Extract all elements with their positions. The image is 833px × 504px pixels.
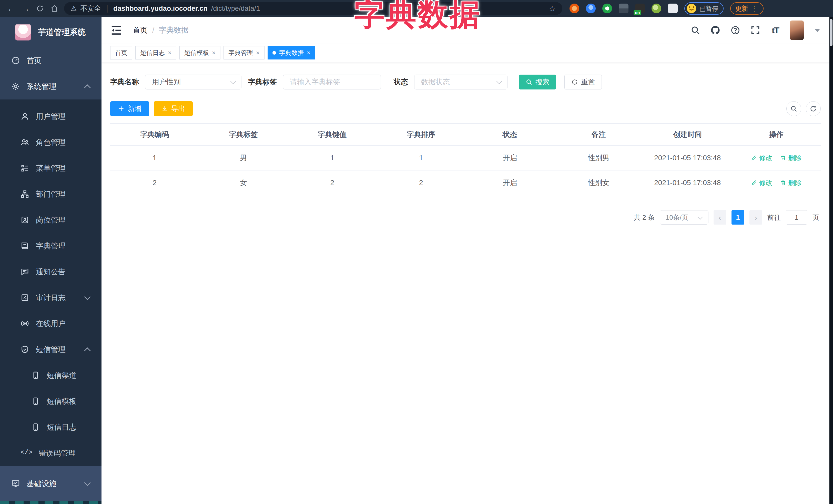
tab-dict-data-active[interactable]: 字典数据 × bbox=[268, 46, 315, 59]
sidebar: 芋道管理系统 首页 系统管理 用户管理 角色管理 菜单管理 bbox=[0, 17, 101, 504]
close-icon[interactable]: × bbox=[307, 49, 310, 56]
status-label: 状态 bbox=[394, 77, 408, 87]
browser-reload-button[interactable] bbox=[33, 2, 47, 15]
sidebar-item-label: 系统管理 bbox=[27, 81, 56, 92]
reset-button[interactable]: 重置 bbox=[564, 75, 602, 90]
add-button-label: 新增 bbox=[128, 104, 142, 113]
phone-icon bbox=[31, 397, 41, 406]
pagination: 共 2 条 10条/页 ‹ 1 › 前往 页 bbox=[101, 195, 829, 224]
table-toolbar: 新增 导出 bbox=[101, 90, 829, 116]
header-search-icon[interactable] bbox=[690, 25, 701, 35]
address-bar[interactable]: ⚠ 不安全 | dashboard.yudao.iocoder.cn/dict/… bbox=[64, 2, 562, 15]
sidebar-collapse-button[interactable] bbox=[111, 25, 122, 35]
toggle-search-button[interactable] bbox=[786, 101, 801, 116]
prev-page-button[interactable]: ‹ bbox=[714, 210, 727, 224]
sidebar-item-infrastructure[interactable]: 基础设施 bbox=[0, 471, 101, 497]
export-button-label: 导出 bbox=[171, 104, 185, 113]
cell-dict-code: 1 bbox=[110, 146, 199, 170]
extension-icon-gray-bars[interactable] bbox=[619, 4, 628, 13]
user-avatar[interactable] bbox=[790, 21, 804, 40]
sidebar-item-label: 短信日志 bbox=[47, 422, 76, 432]
pencil-icon bbox=[751, 155, 757, 161]
dict-name-select[interactable]: 用户性别 bbox=[145, 75, 241, 90]
sidebar-item-menu-mgmt[interactable]: 菜单管理 bbox=[0, 155, 101, 181]
sidebar-item-home[interactable]: 首页 bbox=[0, 48, 101, 74]
user-icon bbox=[21, 112, 30, 121]
extensions-puzzle-icon[interactable] bbox=[668, 4, 678, 13]
tab-dict-mgmt[interactable]: 字典管理 × bbox=[223, 46, 264, 59]
delete-link[interactable]: 删除 bbox=[780, 178, 802, 187]
profile-status-label: 已暂停 bbox=[699, 4, 718, 13]
extension-icon-green-check[interactable] bbox=[602, 4, 612, 13]
browser-scrollbar[interactable] bbox=[829, 17, 833, 504]
sidebar-item-label: 通知公告 bbox=[36, 267, 66, 277]
browser-update-button[interactable]: 更新 ⋮ bbox=[730, 2, 764, 15]
sidebar-item-sms-log[interactable]: 短信日志 bbox=[0, 414, 101, 440]
export-button[interactable]: 导出 bbox=[154, 101, 193, 116]
search-button-label: 搜索 bbox=[536, 77, 549, 87]
sidebar-item-online-users[interactable]: 在线用户 bbox=[0, 311, 101, 337]
code-icon: </> bbox=[21, 449, 32, 458]
tab-sms-log[interactable]: 短信日志 × bbox=[135, 46, 176, 59]
add-button[interactable]: 新增 bbox=[110, 101, 149, 116]
close-icon[interactable]: × bbox=[168, 49, 171, 56]
browser-back-button[interactable]: ← bbox=[4, 2, 19, 15]
sidebar-item-notice[interactable]: 通知公告 bbox=[0, 259, 101, 285]
table-header-row: 字典编码 字典标签 字典键值 字典排序 状态 备注 创建时间 操作 bbox=[110, 124, 821, 146]
update-label: 更新 bbox=[735, 4, 748, 13]
delete-link[interactable]: 删除 bbox=[780, 153, 802, 163]
column-header: 创建时间 bbox=[643, 124, 732, 146]
cell-dict-value: 1 bbox=[288, 146, 377, 170]
browser-menu-icon[interactable]: ⋮ bbox=[751, 4, 758, 13]
sidebar-item-dict-mgmt[interactable]: 字典管理 bbox=[0, 233, 101, 259]
github-icon[interactable] bbox=[710, 25, 721, 35]
edit-link[interactable]: 修改 bbox=[751, 153, 772, 163]
dict-label-label: 字典标签 bbox=[248, 77, 277, 87]
sidebar-item-sms-mgmt[interactable]: 短信管理 bbox=[0, 337, 101, 362]
sidebar-item-label: 短信管理 bbox=[36, 344, 66, 355]
page-size-select[interactable]: 10条/页 bbox=[660, 210, 709, 224]
extension-icon-dark-on[interactable]: on bbox=[635, 4, 645, 13]
next-page-button[interactable]: › bbox=[749, 210, 762, 224]
cell-created-time: 2021-01-05 17:03:48 bbox=[643, 170, 732, 195]
goto-page-input[interactable] bbox=[786, 210, 807, 224]
close-icon[interactable]: × bbox=[212, 49, 216, 56]
sidebar-item-post-mgmt[interactable]: 岗位管理 bbox=[0, 207, 101, 233]
dict-label-input[interactable] bbox=[283, 75, 381, 90]
sidebar-item-system-mgmt[interactable]: 系统管理 bbox=[0, 74, 101, 99]
refresh-table-button[interactable] bbox=[806, 101, 821, 116]
extension-icon-green-leaf[interactable] bbox=[651, 4, 661, 13]
browser-profile-chip[interactable]: 已暂停 bbox=[684, 2, 723, 15]
fullscreen-icon[interactable] bbox=[750, 25, 761, 35]
sidebar-item-dept-mgmt[interactable]: 部门管理 bbox=[0, 181, 101, 207]
tab-sms-template[interactable]: 短信模板 × bbox=[180, 46, 220, 59]
sidebar-item-role-mgmt[interactable]: 角色管理 bbox=[0, 129, 101, 155]
goto-label: 前往 bbox=[767, 213, 781, 222]
bookmark-star-icon[interactable]: ☆ bbox=[549, 4, 556, 13]
tab-home[interactable]: 首页 bbox=[110, 46, 132, 59]
browser-home-button[interactable] bbox=[47, 2, 62, 15]
search-icon bbox=[526, 79, 532, 86]
sidebar-item-error-code[interactable]: </> 错误码管理 bbox=[0, 440, 101, 466]
browser-forward-button[interactable]: → bbox=[19, 2, 33, 15]
sidebar-item-sms-template[interactable]: 短信模板 bbox=[0, 388, 101, 414]
table-row: 2 女 2 2 开启 性别女 2021-01-05 17:03:48 修改 删除 bbox=[110, 170, 821, 195]
app-logo-row[interactable]: 芋道管理系统 bbox=[0, 17, 101, 48]
sidebar-item-audit-log[interactable]: 审计日志 bbox=[0, 285, 101, 311]
scrollbar-thumb[interactable] bbox=[830, 19, 832, 46]
status-select[interactable]: 数据状态 bbox=[414, 75, 507, 90]
edit-link[interactable]: 修改 bbox=[751, 178, 772, 187]
download-icon bbox=[162, 105, 168, 112]
extension-icon-orange[interactable] bbox=[570, 4, 579, 13]
breadcrumb-separator: / bbox=[152, 26, 154, 34]
sidebar-item-sms-channel[interactable]: 短信渠道 bbox=[0, 362, 101, 388]
search-button[interactable]: 搜索 bbox=[519, 75, 556, 90]
font-size-icon[interactable]: tT bbox=[770, 25, 781, 35]
help-icon[interactable] bbox=[730, 25, 741, 35]
close-icon[interactable]: × bbox=[256, 49, 260, 56]
sidebar-item-user-mgmt[interactable]: 用户管理 bbox=[0, 103, 101, 129]
breadcrumb-home[interactable]: 首页 bbox=[133, 25, 148, 35]
current-page-button[interactable]: 1 bbox=[732, 210, 744, 224]
avatar-caret-icon[interactable] bbox=[814, 29, 820, 32]
extension-icon-blue-pin[interactable] bbox=[586, 4, 596, 13]
